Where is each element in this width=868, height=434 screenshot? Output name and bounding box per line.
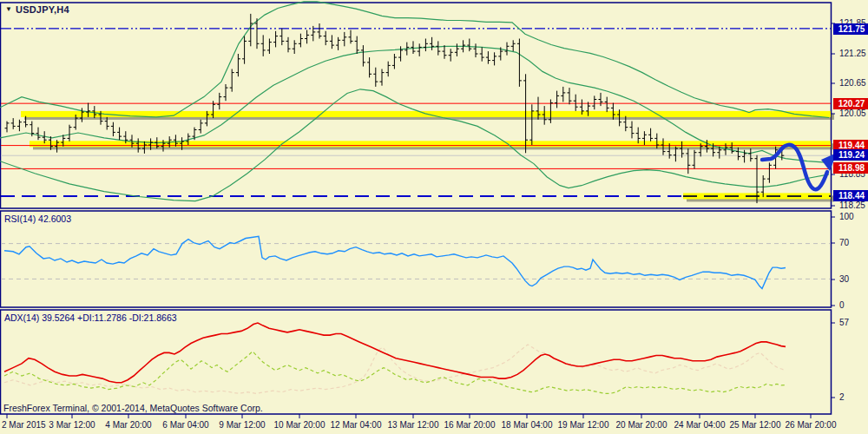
time-axis-label[interactable]: 3 Mar 12:00 bbox=[49, 420, 95, 430]
chart-canvas[interactable] bbox=[0, 0, 868, 434]
time-axis-label[interactable]: 26 Mar 20:00 bbox=[786, 420, 837, 430]
adx-axis-label: 57 bbox=[839, 318, 868, 327]
time-axis-label[interactable]: 13 Mar 12:00 bbox=[388, 420, 439, 430]
rsi-axis-label: 0 bbox=[839, 300, 868, 310]
price-badge-118.98[interactable]: 118.98 bbox=[833, 162, 868, 174]
bollinger-upper-line bbox=[0, 2, 829, 118]
terminal-copyright: FreshForex Terminal, © 2001-2014, MetaQu… bbox=[3, 403, 263, 413]
support-resistance-zone-2 bbox=[30, 141, 831, 147]
symbol-title: USDJPY,H4 bbox=[16, 4, 69, 15]
time-axis-label[interactable]: 9 Mar 12:00 bbox=[219, 420, 265, 430]
time-axis-label[interactable]: 12 Mar 04:00 bbox=[331, 420, 382, 430]
symbol-dropdown-icon[interactable]: ▼ bbox=[5, 5, 12, 13]
time-axis-label[interactable]: 18 Mar 04:00 bbox=[502, 420, 553, 430]
time-axis-label[interactable]: 24 Mar 04:00 bbox=[674, 420, 726, 430]
ohlc-bars bbox=[5, 14, 785, 203]
main-panel-frame[interactable] bbox=[1, 3, 832, 208]
adx-axis-label: 2 bbox=[839, 392, 868, 402]
chart-window: ▼ USDJPY,H4 RSI(14) 42.6003 ADX(14) 39.5… bbox=[0, 0, 868, 434]
price-axis-label: 120.05 bbox=[839, 108, 868, 118]
time-axis-label[interactable]: 20 Mar 20:00 bbox=[616, 420, 667, 430]
rsi-axis-label: 70 bbox=[839, 238, 868, 247]
time-axis-label[interactable]: 25 Mar 12:00 bbox=[730, 420, 781, 430]
price-badge-120.27[interactable]: 120.27 bbox=[833, 98, 868, 109]
rsi-line bbox=[4, 236, 786, 288]
price-axis-label: 120.65 bbox=[839, 78, 868, 88]
price-axis-label: 121.25 bbox=[839, 49, 868, 58]
time-axis-label[interactable]: 2 Mar 2015 bbox=[2, 420, 46, 430]
time-axis-label[interactable]: 6 Mar 04:00 bbox=[162, 420, 208, 430]
minus-di-line bbox=[4, 345, 786, 393]
adx-indicator-label: ADX(14) 39.5264 +DI:11.2786 -DI:21.8663 bbox=[4, 312, 177, 323]
rsi-panel-frame[interactable] bbox=[1, 211, 832, 307]
trend-arrow-drawing[interactable] bbox=[762, 145, 827, 190]
time-axis-label[interactable]: 16 Mar 20:00 bbox=[444, 420, 496, 430]
price-axis-label: 118.25 bbox=[839, 201, 868, 210]
price-badge-118.44[interactable]: 118.44 bbox=[833, 190, 868, 201]
rsi-axis-label: 30 bbox=[839, 274, 868, 284]
time-axis-label[interactable]: 19 Mar 12:00 bbox=[558, 420, 609, 430]
adx-line bbox=[4, 323, 786, 383]
time-axis-label[interactable]: 10 Mar 20:00 bbox=[274, 420, 326, 430]
rsi-axis-label: 100 bbox=[839, 212, 868, 221]
price-badge-119.24[interactable]: 119.24 bbox=[833, 149, 868, 161]
rsi-indicator-label: RSI(14) 42.6003 bbox=[4, 214, 71, 224]
time-axis-label[interactable]: 4 Mar 20:00 bbox=[105, 420, 151, 430]
price-badge-121.75[interactable]: 121.75 bbox=[833, 23, 868, 35]
